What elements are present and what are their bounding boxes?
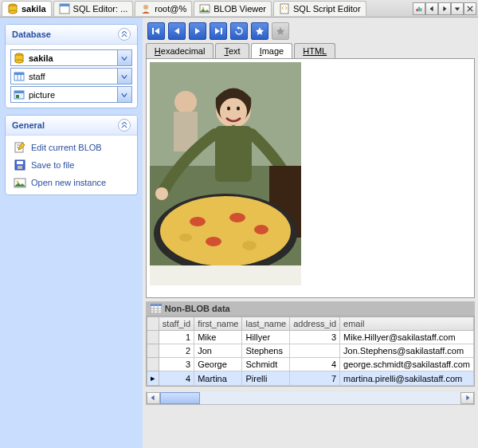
svg-point-14 xyxy=(15,60,23,63)
svg-rect-51 xyxy=(150,265,301,285)
cell-first-name[interactable]: Jon xyxy=(194,344,242,358)
cell-email[interactable]: george.schmidt@sakilastaff.com xyxy=(340,358,474,371)
db-combo[interactable]: staff xyxy=(10,68,132,84)
window-tab[interactable]: root@% xyxy=(135,1,192,16)
svg-rect-16 xyxy=(14,73,24,75)
cell-staff-id[interactable]: 4 xyxy=(159,371,194,386)
chevron-down-icon[interactable] xyxy=(117,87,131,102)
cell-email[interactable]: Mike.Hillyer@sakilastaff.com xyxy=(340,331,474,344)
svg-point-46 xyxy=(229,213,245,222)
column-header[interactable]: staff_id xyxy=(159,317,194,331)
cell-staff-id[interactable]: 2 xyxy=(159,344,194,358)
cell-address-id[interactable]: 7 xyxy=(290,371,340,386)
combo-value: staff xyxy=(27,72,117,81)
link-label: Edit current BLOB xyxy=(31,143,102,152)
scroll-track[interactable] xyxy=(160,392,460,404)
general-panel-title: General xyxy=(12,120,45,130)
view-tab-text[interactable]: Text xyxy=(215,43,249,58)
row-indicator xyxy=(147,331,159,344)
tab-close[interactable] xyxy=(464,2,476,15)
cell-first-name[interactable]: Mike xyxy=(194,331,242,344)
scroll-left-button[interactable] xyxy=(147,392,160,404)
open-image-icon xyxy=(14,176,26,189)
scroll-thumb[interactable] xyxy=(160,392,200,404)
row-header-corner xyxy=(147,317,159,331)
cell-last-name[interactable]: Hillyer xyxy=(242,331,290,344)
collapse-icon[interactable] xyxy=(118,119,131,132)
cell-first-name[interactable]: George xyxy=(194,358,242,371)
main-split: Database sakilastaffpicture General Edit… xyxy=(0,18,478,448)
data-grid[interactable]: staff_idfirst_namelast_nameaddress_idema… xyxy=(146,316,475,387)
database-panel-body: sakilastaffpicture xyxy=(6,45,137,108)
window-tab[interactable]: SQL Script Editor xyxy=(273,1,366,16)
first-record-button[interactable] xyxy=(147,22,165,40)
general-link[interactable]: Save to file xyxy=(9,156,134,174)
star-disabled-button xyxy=(272,22,289,40)
table-row[interactable]: 2JonStephensJon.Stephens@sakilastaff.com xyxy=(147,344,473,358)
table-icon xyxy=(11,71,27,82)
cell-address-id[interactable]: 3 xyxy=(290,331,340,344)
cell-last-name[interactable]: Stephens xyxy=(242,344,290,358)
svg-rect-4 xyxy=(60,4,69,6)
view-tab-image[interactable]: Image xyxy=(251,43,293,58)
window-tab[interactable]: sakila xyxy=(2,1,52,16)
image-column-icon xyxy=(11,89,27,100)
tab-label: SQL Editor: ... xyxy=(73,4,128,14)
blob-image xyxy=(150,62,301,285)
tab-label: root@% xyxy=(155,4,186,14)
chevron-down-icon[interactable] xyxy=(117,50,131,65)
tab-dropdown[interactable] xyxy=(451,2,464,15)
column-header[interactable]: email xyxy=(340,317,474,331)
tab-scroll-right[interactable] xyxy=(438,2,451,15)
last-record-button[interactable] xyxy=(210,22,227,40)
svg-rect-11 xyxy=(421,8,422,11)
cell-last-name[interactable]: Schmidt xyxy=(242,358,290,371)
column-header[interactable]: address_id xyxy=(290,317,340,331)
cell-staff-id[interactable]: 1 xyxy=(159,331,194,344)
view-tab-hexadecimal[interactable]: Hexadecimal xyxy=(146,43,214,58)
record-toolbar xyxy=(146,21,475,41)
column-header[interactable]: first_name xyxy=(194,317,242,331)
window-tab[interactable]: SQL Editor: ... xyxy=(53,1,134,16)
table-row[interactable]: 1MikeHillyer3Mike.Hillyer@sakilastaff.co… xyxy=(147,331,473,344)
horizontal-scrollbar[interactable] xyxy=(146,391,475,405)
general-panel-body: Edit current BLOBSave to fileOpen new in… xyxy=(6,136,137,195)
svg-rect-53 xyxy=(151,304,162,306)
tab-scroll-left[interactable] xyxy=(425,2,438,15)
db-combo[interactable]: picture xyxy=(10,86,132,103)
prev-record-button[interactable] xyxy=(168,22,186,40)
blob-icon xyxy=(199,3,210,14)
svg-point-49 xyxy=(242,241,257,250)
general-link[interactable]: Edit current BLOB xyxy=(9,139,134,156)
combo-value: picture xyxy=(27,90,117,100)
row-indicator xyxy=(147,344,159,358)
refresh-button[interactable] xyxy=(230,22,248,40)
tab-label: SQL Script Editor xyxy=(293,4,361,14)
table-row[interactable]: 3GeorgeSchmidt4george.schmidt@sakilastaf… xyxy=(147,358,473,371)
cell-staff-id[interactable]: 3 xyxy=(159,358,194,371)
collapse-icon[interactable] xyxy=(118,28,131,41)
star-button[interactable] xyxy=(251,22,268,40)
svg-point-38 xyxy=(227,107,230,111)
scroll-right-button[interactable] xyxy=(460,392,474,404)
cell-address-id[interactable] xyxy=(290,344,340,358)
next-record-button[interactable] xyxy=(189,22,206,40)
script-icon xyxy=(279,3,290,14)
general-panel: General Edit current BLOBSave to fileOpe… xyxy=(5,115,138,195)
column-header[interactable]: last_name xyxy=(242,317,290,331)
window-tab[interactable]: BLOB Viewer xyxy=(194,1,272,16)
cell-email[interactable]: martina.pirelli@sakilastaff.com xyxy=(340,371,474,386)
svg-rect-21 xyxy=(16,95,19,98)
grid-icon xyxy=(151,304,162,313)
cell-address-id[interactable]: 4 xyxy=(290,358,340,371)
chart-icon[interactable] xyxy=(413,2,425,15)
table-row[interactable]: ▸4MartinaPirelli7martina.pirelli@sakilas… xyxy=(147,371,473,386)
cell-last-name[interactable]: Pirelli xyxy=(242,371,290,386)
view-tab-html[interactable]: HTML xyxy=(294,43,335,58)
cell-email[interactable]: Jon.Stephens@sakilastaff.com xyxy=(340,344,474,358)
chevron-down-icon[interactable] xyxy=(117,69,131,84)
svg-point-39 xyxy=(237,107,240,111)
general-link[interactable]: Open new instance xyxy=(9,174,134,191)
cell-first-name[interactable]: Martina xyxy=(194,371,242,386)
db-combo[interactable]: sakila xyxy=(10,49,132,66)
